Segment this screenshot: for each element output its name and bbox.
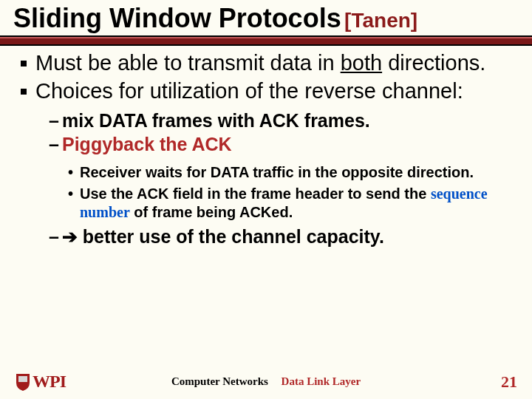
text: of frame being ACKed.: [130, 204, 293, 220]
underlined-text: both: [341, 51, 382, 75]
text: Receiver waits for DATA traffic in the o…: [80, 164, 474, 180]
title-bar: Sliding Window Protocols [Tanen]: [0, 0, 532, 35]
text: Must be able to transmit data in: [35, 51, 341, 75]
logo-shield-icon: [15, 372, 31, 392]
dash-item: mix DATA frames with ACK frames.: [49, 109, 519, 132]
highlighted-text: Piggyback the ACK: [62, 134, 232, 154]
slide-footer: WPI Computer Networks Data Link Layer 21: [0, 372, 532, 392]
conclusion-line: –➔ better use of the channel capacity.: [49, 226, 519, 248]
slide-content: Must be able to transmit data in both di…: [0, 46, 532, 248]
title-divider: [0, 35, 532, 46]
page-number: 21: [501, 372, 517, 392]
bullet-item: Must be able to transmit data in both di…: [19, 50, 519, 75]
top-bullet-list: Must be able to transmit data in both di…: [19, 50, 519, 103]
text: Use the ACK field in the frame header to…: [80, 185, 431, 202]
text: mix DATA frames with ACK frames.: [62, 110, 370, 131]
dash-list: mix DATA frames with ACK frames. Piggyba…: [49, 109, 519, 156]
footer-center: Computer Networks Data Link Layer: [171, 375, 361, 388]
footer-course: Computer Networks: [171, 375, 268, 387]
footer-topic: Data Link Layer: [282, 375, 361, 387]
sub-bullet-item: Receiver waits for DATA traffic in the o…: [68, 163, 519, 182]
dash-item: Piggyback the ACK: [49, 133, 519, 156]
text: Choices for utilization of the reverse c…: [35, 79, 463, 103]
bullet-item: Choices for utilization of the reverse c…: [19, 78, 519, 103]
wpi-logo: WPI: [15, 372, 66, 392]
title-reference: [Tanen]: [344, 9, 417, 32]
sub-bullet-item: Use the ACK field in the frame header to…: [68, 185, 519, 222]
text: better use of the channel capacity.: [78, 226, 384, 247]
svg-rect-0: [18, 376, 27, 382]
slide-title: Sliding Window Protocols: [13, 3, 341, 33]
logo-text: WPI: [33, 372, 66, 392]
text: directions.: [382, 51, 485, 75]
sub-bullet-list: Receiver waits for DATA traffic in the o…: [68, 163, 519, 222]
arrow-icon: ➔: [62, 226, 78, 247]
dash-prefix: –: [49, 226, 59, 247]
